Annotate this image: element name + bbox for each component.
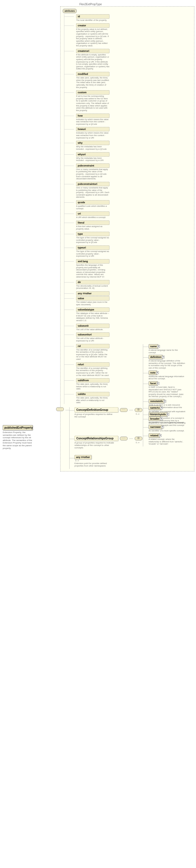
- choice-compositor-icon: [135, 437, 142, 440]
- attribute-name-xml-lang[interactable]: xml:lang: [76, 259, 110, 264]
- attribute-doc: The unit of the value attribute.: [76, 329, 110, 331]
- attribute-name-reluri[interactable]: reluri: [76, 362, 110, 367]
- attribute-name-creatoruri[interactable]: creatoruri: [76, 49, 110, 53]
- root-element-name[interactable]: publishedExtProperty: [3, 425, 33, 430]
- occurrence-indicator: 0..∞: [136, 413, 140, 415]
- attribute-item: valueThe related value (see more in the …: [74, 296, 110, 306]
- attribute-name-custom[interactable]: custom: [76, 90, 110, 95]
- sequence-compositor-icon: [120, 408, 127, 412]
- attribute-doc: If set to true the corresponding propert…: [76, 95, 110, 112]
- attribute-name-valuedatatype[interactable]: valuedatatype: [76, 307, 110, 312]
- expand-icon[interactable]: +: [160, 406, 163, 409]
- attribute-name-validfrom[interactable]: validfrom: [76, 378, 110, 382]
- attribute-doc: Why the metadata has been included - exp…: [76, 157, 110, 162]
- attribute-item: howuriIndicates by which means the value…: [74, 127, 110, 139]
- attribute-doc: The unit of the value attribute - expres…: [76, 337, 110, 342]
- expand-icon[interactable]: +: [156, 371, 159, 374]
- attribute-name-any---other[interactable]: any ##other: [76, 291, 110, 296]
- attribute-name-valueunituri[interactable]: valueunituri: [76, 332, 110, 337]
- child-element: note+Additional natural language informa…: [149, 371, 186, 380]
- attribute-item: literalA free-text value assigned as pro…: [74, 220, 110, 230]
- attribute-name-id[interactable]: id: [76, 14, 110, 19]
- attribute-doc: One or many constraints that apply to pu…: [76, 187, 110, 198]
- attribute-name-modified[interactable]: modified: [76, 72, 110, 76]
- attribute-doc: The directionality of textual content (e…: [76, 285, 110, 289]
- child-element: name+A natural language name for the con…: [149, 344, 186, 354]
- attribute-item: pubconstraintOne or many constraints tha…: [74, 163, 110, 180]
- element-name[interactable]: name+: [149, 344, 158, 348]
- attribute-item: valuedatatypeThe datatype of the value a…: [74, 307, 110, 322]
- occurrence-indicator: 0..∞: [136, 441, 140, 444]
- attribute-doc: Indicates by which means the value was e…: [76, 119, 110, 126]
- element-narrower[interactable]: narrower+: [149, 425, 163, 429]
- attribute-item: uriA URI which identifies a concept.: [74, 212, 110, 219]
- attributes-header[interactable]: attributes: [63, 9, 77, 13]
- attribute-item: reluriThe identifier of a concept defini…: [74, 362, 110, 377]
- attribute-name-creator[interactable]: creator: [76, 23, 110, 28]
- sequence-compositor-icon: [120, 437, 127, 440]
- child-element: related+A related concept, where the rel…: [149, 433, 186, 445]
- root-element-desc: Extension Property; the semantics are de…: [3, 431, 33, 450]
- attribute-name-howuri[interactable]: howuri: [76, 127, 110, 131]
- attribute-name-uri[interactable]: uri: [76, 212, 110, 216]
- attribute-item: validfromThe date (and, optionally, the …: [74, 378, 110, 390]
- element-remoteinfo[interactable]: remoteInfo+: [149, 399, 165, 403]
- attribute-doc: The identifier of a concept defining the…: [76, 367, 110, 377]
- attribute-doc: The identifier of a concept defining the…: [76, 349, 110, 361]
- attribute-item: valueunitThe unit of the value attribute…: [74, 323, 110, 331]
- child-element: narrower+An identifier of a more specifi…: [149, 425, 186, 432]
- sequence-compositor-icon: [56, 407, 64, 411]
- element-sameas[interactable]: sameAs+: [149, 406, 161, 410]
- expand-icon[interactable]: +: [163, 400, 166, 403]
- element-related[interactable]: related+: [149, 433, 160, 438]
- attribute-item: relThe identifier of a concept defining …: [74, 344, 110, 361]
- attribute-name-why[interactable]: why: [76, 141, 110, 145]
- attribute-name-pubconstraint[interactable]: pubconstraint: [76, 163, 110, 168]
- attribute-name-rel[interactable]: rel: [76, 344, 110, 348]
- attribute-doc: The related value (see more in the spec …: [76, 301, 110, 306]
- attribute-item: creatoruriIf the attribute is empty, spe…: [74, 49, 110, 70]
- expand-icon[interactable]: +: [160, 417, 163, 420]
- element-desc: An identifier of a more specific concept…: [149, 430, 186, 432]
- element-definition[interactable]: definition+: [149, 355, 163, 359]
- expand-icon[interactable]: +: [162, 356, 164, 359]
- attribute-item: whyWhy the metadata has been included - …: [74, 141, 110, 150]
- attribute-doc: The date (and, optionally, the time) aft…: [76, 397, 110, 404]
- element-broader[interactable]: broader+: [149, 416, 161, 421]
- any-other-element[interactable]: any ##other: [74, 455, 92, 459]
- attribute-item: qcodeA qualified code which identifies a…: [74, 200, 110, 210]
- attribute-name-literal[interactable]: literal: [76, 220, 110, 225]
- attribute-item: pubconstrainturiOne or many constraints …: [74, 182, 110, 198]
- attribute-name-type[interactable]: type: [76, 232, 110, 236]
- attribute-name-typeuri[interactable]: typeuri: [76, 245, 110, 250]
- expand-icon[interactable]: +: [157, 382, 159, 385]
- attribute-name-pubconstrainturi[interactable]: pubconstrainturi: [76, 182, 110, 186]
- expand-icon[interactable]: +: [161, 426, 164, 428]
- attribute-doc: The date (and, optionally, the time) whe…: [76, 77, 110, 89]
- attribute-name-validto[interactable]: validto: [76, 392, 110, 396]
- attribute-item: any ##other: [74, 291, 110, 296]
- element-facet[interactable]: facet+: [149, 381, 158, 385]
- attribute-name-qcode[interactable]: qcode: [76, 200, 110, 205]
- attribute-doc: Specifies the language of this property …: [76, 264, 110, 278]
- attribute-item: idThe local identifier of the property.: [74, 14, 110, 22]
- concept-relationships-group[interactable]: ConceptRelationshipsGroup: [74, 436, 118, 441]
- element-desc: Additional natural language information …: [149, 375, 186, 380]
- attribute-doc: The type of the concept assigned as cont…: [76, 237, 110, 244]
- attribute-name-how[interactable]: how: [76, 114, 110, 118]
- concept-definition-group[interactable]: ConceptDefinitionGroup: [74, 407, 118, 412]
- attribute-name-dir[interactable]: dir: [76, 280, 110, 284]
- attribute-name-whyuri[interactable]: whyuri: [76, 152, 110, 157]
- child-element: sameAs+An identifier of a concept with e…: [149, 406, 186, 415]
- attribute-doc: The local identifier of the property.: [76, 19, 110, 22]
- expand-icon[interactable]: +: [159, 434, 161, 437]
- attribute-doc: One or many constraints that apply to pu…: [76, 168, 110, 180]
- attribute-name-valueunit[interactable]: valueunit: [76, 323, 110, 328]
- element-note[interactable]: note+: [149, 371, 157, 375]
- attribute-name-value[interactable]: value: [76, 296, 110, 301]
- occurrence-indicator: 0..∞: [75, 459, 111, 462]
- element-desc: An identifier of a concept with equivale…: [149, 410, 186, 415]
- expand-icon[interactable]: +: [157, 345, 160, 348]
- attribute-item: dirThe directionality of textual content…: [74, 280, 110, 289]
- attribute-item: howIndicates by which means the value wa…: [74, 114, 110, 126]
